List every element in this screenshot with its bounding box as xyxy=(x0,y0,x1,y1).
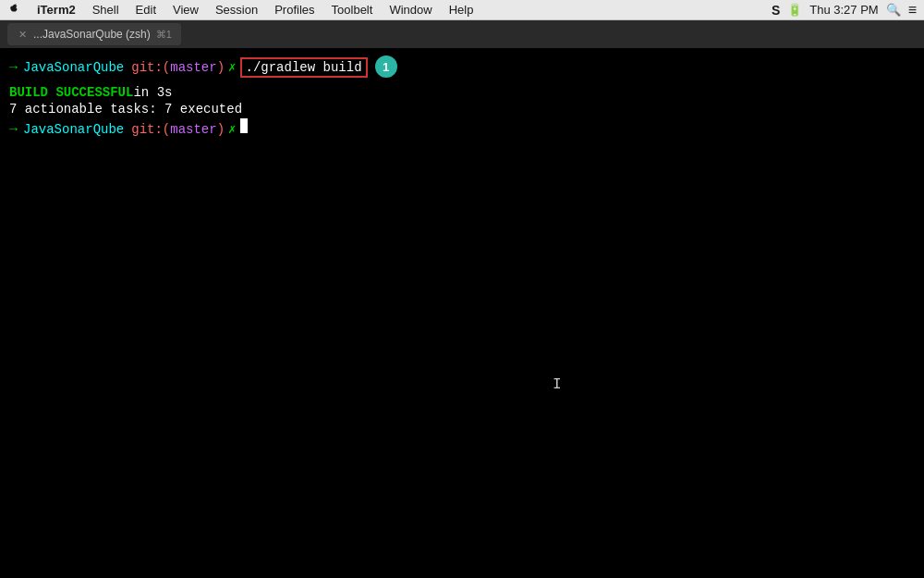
prompt-git-close-2: ) xyxy=(217,122,225,137)
prompt-git-close-1: ) xyxy=(217,60,225,75)
prompt-arrow-1: → xyxy=(9,60,18,76)
tab-label: ...JavaSonarQube (zsh) xyxy=(33,28,151,41)
prompt-branch-1: master xyxy=(170,60,216,75)
build-success-text: BUILD SUCCESSFUL xyxy=(9,85,133,100)
session-badge: 1 xyxy=(375,55,397,78)
terminal-area[interactable]: → JavaSonarQube git:(master) ✗ ./gradlew… xyxy=(0,48,924,578)
prompt-dir-1: JavaSonarQube xyxy=(23,60,124,75)
build-time-text: in 3s xyxy=(133,85,172,100)
menubar-right: S 🔋 Thu 3:27 PM 🔍 ≡ xyxy=(772,2,917,18)
terminal-line-1: → JavaSonarQube git:(master) ✗ ./gradlew… xyxy=(9,55,915,78)
search-icon[interactable]: 🔍 xyxy=(886,3,901,17)
terminal-line-tasks: 7 actionable tasks: 7 executed xyxy=(9,102,915,117)
menu-help[interactable]: Help xyxy=(442,1,481,18)
prompt-dir-2: JavaSonarQube xyxy=(23,122,124,137)
apple-menu[interactable] xyxy=(7,2,24,18)
prompt-x-1: ✗ xyxy=(228,59,236,75)
prompt-x-2: ✗ xyxy=(228,121,236,137)
menu-shell[interactable]: Shell xyxy=(85,1,127,18)
menubar: iTerm2 Shell Edit View Session Profiles … xyxy=(0,0,924,20)
menu-toolbelt[interactable]: Toolbelt xyxy=(324,1,381,18)
tasks-text: 7 actionable tasks: 7 executed xyxy=(9,102,242,117)
terminal-line-build: BUILD SUCCESSFUL in 3s xyxy=(9,85,915,100)
app-name[interactable]: iTerm2 xyxy=(30,1,83,18)
menu-profiles[interactable]: Profiles xyxy=(267,1,322,18)
menu-view[interactable]: View xyxy=(165,1,206,18)
text-beam-cursor: I xyxy=(553,376,562,393)
terminal-cursor xyxy=(240,118,248,133)
prompt-arrow-2: → xyxy=(9,122,18,138)
tab-close-button[interactable]: ✕ xyxy=(17,29,28,40)
clock: Thu 3:27 PM xyxy=(809,3,878,17)
prompt-git-open-1: git:( xyxy=(131,60,170,75)
terminal-line-2: → JavaSonarQube git:(master) ✗ xyxy=(9,118,915,138)
menu-list-icon[interactable]: ≡ xyxy=(908,2,917,18)
battery-icon: 🔋 xyxy=(787,3,802,17)
menu-edit[interactable]: Edit xyxy=(128,1,164,18)
menu-window[interactable]: Window xyxy=(382,1,439,18)
prompt-git-open-2: git:( xyxy=(131,122,170,137)
command-text: ./gradlew build xyxy=(240,57,368,78)
terminal-line-blank xyxy=(9,80,915,83)
prompt-branch-2: master xyxy=(170,122,216,137)
terminal-tab[interactable]: ✕ ...JavaSonarQube (zsh) ⌘1 xyxy=(7,23,181,45)
menu-session[interactable]: Session xyxy=(208,1,265,18)
tab-shortcut: ⌘1 xyxy=(156,29,172,41)
sublime-icon: S xyxy=(772,3,780,18)
tabbar: ✕ ...JavaSonarQube (zsh) ⌘1 xyxy=(0,20,924,48)
